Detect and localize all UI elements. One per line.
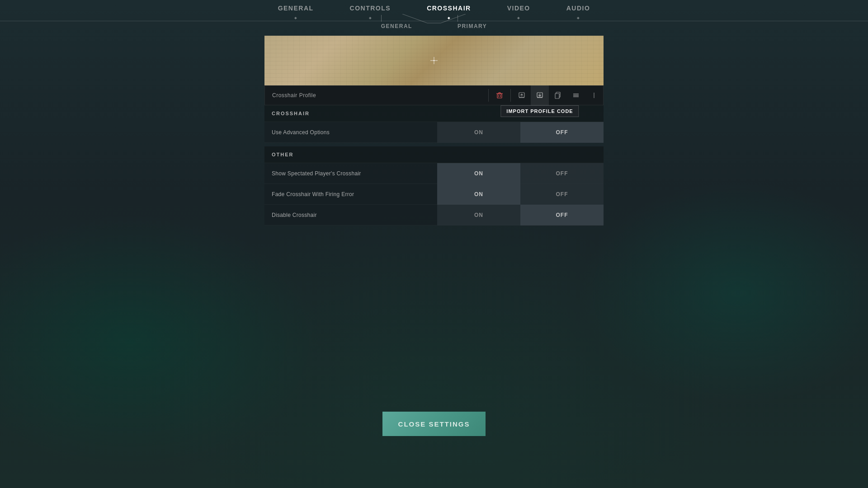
spectated-crosshair-toggle: On Off	[437, 163, 604, 184]
sub-nav: GENERAL PRIMARY	[264, 23, 604, 31]
svg-rect-3	[497, 94, 502, 98]
menu-icon	[572, 92, 580, 99]
main-nav: GENERAL CONTROLS CROSSHAIR VIDEO AUDIO	[278, 5, 590, 17]
advanced-options-toggle: On Off	[437, 122, 604, 143]
disable-crosshair-on[interactable]: On	[437, 205, 520, 225]
export-profile-button[interactable]	[513, 85, 531, 105]
setting-spectated-crosshair: Show Spectated Player's Crosshair On Off	[264, 163, 604, 184]
fade-crosshair-toggle: On Off	[437, 184, 604, 205]
profile-label: Crosshair Profile	[265, 92, 486, 99]
nav-separator	[0, 21, 868, 21]
profile-divider-2	[510, 89, 511, 102]
profile-bar: Crosshair Profile	[264, 85, 604, 105]
settings-panel: CROSSHAIR Use Advanced Options On Off OT…	[264, 105, 604, 225]
tab-video[interactable]: VIDEO	[507, 5, 530, 14]
crosshair-center-dot	[434, 60, 434, 61]
fade-crosshair-on[interactable]: On	[437, 184, 520, 205]
section-crosshair-header: CROSSHAIR	[264, 105, 604, 122]
tab-controls[interactable]: CONTROLS	[350, 5, 391, 14]
sub-nav-area: GENERAL PRIMARY	[264, 23, 604, 31]
setting-advanced-options-label: Use Advanced Options	[264, 129, 437, 136]
sub-tab-general[interactable]: GENERAL	[381, 23, 412, 31]
copy-icon	[554, 92, 561, 99]
setting-advanced-options: Use Advanced Options On Off	[264, 122, 604, 143]
import-icon	[536, 92, 543, 99]
menu-profile-button[interactable]	[567, 85, 585, 105]
trash-icon	[496, 92, 503, 99]
setting-spectated-crosshair-label: Show Spectated Player's Crosshair	[264, 170, 437, 177]
spectated-crosshair-off[interactable]: Off	[520, 163, 604, 184]
advanced-options-off[interactable]: Off	[520, 122, 604, 143]
tab-crosshair[interactable]: CROSSHAIR	[427, 5, 471, 14]
tab-audio[interactable]: AUDIO	[566, 5, 590, 14]
setting-disable-crosshair: Disable Crosshair On Off	[264, 205, 604, 225]
copy-profile-button[interactable]	[549, 85, 567, 105]
section-other-header: OTHER	[264, 146, 604, 163]
setting-disable-crosshair-label: Disable Crosshair	[264, 212, 437, 218]
vertical-line-icon	[590, 92, 598, 99]
setting-fade-crosshair: Fade Crosshair With Firing Error On Off	[264, 184, 604, 205]
export-icon	[518, 92, 525, 99]
import-profile-button[interactable]: IMPORT PROFILE CODE	[531, 85, 549, 105]
setting-fade-crosshair-label: Fade Crosshair With Firing Error	[264, 191, 437, 197]
disable-crosshair-off[interactable]: Off	[520, 205, 604, 225]
svg-rect-17	[555, 94, 559, 99]
delete-profile-button[interactable]	[491, 85, 509, 105]
disable-crosshair-toggle: On Off	[437, 205, 604, 225]
sub-tab-primary[interactable]: PRIMARY	[458, 23, 487, 31]
separator-icon-btn	[585, 85, 603, 105]
fade-crosshair-off[interactable]: Off	[520, 184, 604, 205]
crosshair-display	[430, 57, 438, 64]
profile-divider	[488, 89, 489, 102]
crosshair-preview	[264, 36, 604, 85]
spectated-crosshair-on[interactable]: On	[437, 163, 520, 184]
advanced-options-on[interactable]: On	[437, 122, 520, 143]
tab-general[interactable]: GENERAL	[278, 5, 314, 14]
